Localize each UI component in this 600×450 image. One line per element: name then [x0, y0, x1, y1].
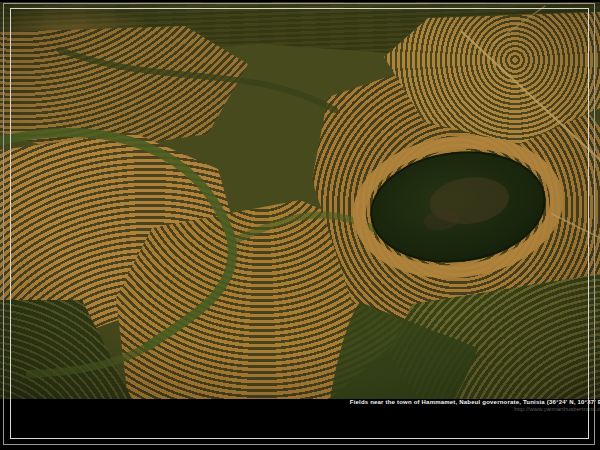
photo-vignette	[0, 2, 600, 399]
aerial-photo	[0, 2, 600, 399]
photo-artwork	[0, 2, 600, 399]
photo-credit-url: http://www.yannarthusbertrand.org	[0, 406, 600, 413]
caption-block: Fields near the town of Hammamet, Nabeul…	[0, 399, 600, 413]
photo-caption: Fields near the town of Hammamet, Nabeul…	[0, 399, 600, 406]
wallpaper-image: Fields near the town of Hammamet, Nabeul…	[0, 0, 600, 450]
